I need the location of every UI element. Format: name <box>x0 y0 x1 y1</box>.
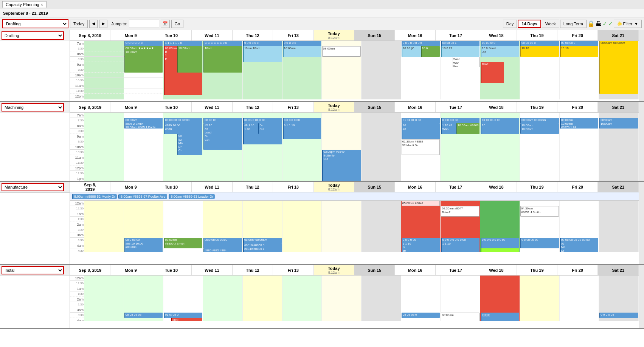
drafting-scrollbar[interactable] <box>639 30 644 101</box>
install-scrollbar[interactable] <box>639 265 644 328</box>
mfg-event-fri20-1[interactable]: 08 08 08 08 08 08 0852MoDrAss <box>560 238 599 252</box>
drafting-event-thu12-cyan[interactable]: 10am 10am <box>243 46 282 62</box>
mfg-chip-2[interactable]: 8:00am #8898 97 Poulter Ave <box>118 194 167 199</box>
drafting-event-sat21-yellow[interactable]: 08:00am 08:00am <box>599 41 638 94</box>
lock-icon[interactable]: 🔒 <box>587 20 595 27</box>
check2-icon[interactable]: ✓ <box>608 20 613 27</box>
inst-event-tue10-red[interactable]: 08:0 <box>171 318 202 321</box>
title-tab-label: Capacity Planning <box>6 2 39 7</box>
mfg-chip-1[interactable]: 8:00am #8888 52 Monty Dr <box>72 194 117 199</box>
machining-dropdown[interactable]: Machining <box>2 103 64 112</box>
mach-event-mon16-2[interactable]: 10:#8 <box>402 123 440 139</box>
drafting-event-mon16-1[interactable]: 0 8 0 8 0 8 0 6 <box>402 41 440 46</box>
mach-event-tue10-2[interactable]: #889 10:00#888 <box>164 123 202 134</box>
inst-col-sun15 <box>362 276 401 321</box>
mach-event-thu12-dr[interactable]: DrCut <box>258 123 281 134</box>
filter-button[interactable]: 🌟 Filter: ▼ <box>614 20 642 28</box>
drafting-dropdown[interactable]: Drafting <box>2 31 64 40</box>
install-dropdown[interactable]: Install <box>2 266 64 274</box>
mach-event-fri20-1[interactable]: 08:00am10:00am#8879 1.24 <box>560 118 599 129</box>
drafting-event-wed18-cyan[interactable]: 10 0 Sand-66 <box>481 46 519 57</box>
mfg-event-mon16-top[interactable]: 05:00am #8847Baker2 <box>402 201 440 206</box>
drafting-event-tue17-cyan[interactable]: 10 0 22 <box>441 46 480 57</box>
drafting-event-fri20-1[interactable]: 08 08 08 0 <box>560 41 599 46</box>
mfg-event-tue10-green[interactable]: 08:00am#8850 J Smith <box>164 238 202 248</box>
manufacture-scrollbar[interactable] <box>639 182 644 264</box>
mach-event-fri13-1[interactable]: 0 0 0 0 0 08 <box>283 118 321 123</box>
drafting-event-wed11-1[interactable]: C C C C C C 0 8 <box>203 41 242 46</box>
resource-dropdown-main[interactable]: Drafting Machining Manufacture Install <box>2 19 68 28</box>
go-button[interactable]: Go <box>171 20 184 28</box>
mach-event-thu19-1[interactable]: 08:00am 08:00am <box>520 118 559 123</box>
prev-button[interactable]: ◀ <box>89 20 98 28</box>
drafting-event-thu12-1[interactable]: 0 0 0 8 0 8 <box>243 41 282 46</box>
mach-event-mon9-blue[interactable]: 08:00am#886 2 Smith10:00am #885 1 Fogle <box>124 118 163 129</box>
mach-event-tue17-green[interactable]: 10:00am #9906 <box>456 123 480 134</box>
drafting-event-mon9-1[interactable]: C C C C 0: 8 <box>124 41 163 46</box>
mach-event-thu19-2[interactable]: 10:00am10:00am <box>520 123 559 134</box>
mfg-event-mon9-1[interactable]: 08:0 08:00#88 10 10:00#88 #88 <box>124 238 163 252</box>
drafting-event-tue10-1[interactable]: 1 1 1 1 1 0 8 <box>164 41 202 46</box>
drafting-event-wed18-1[interactable]: 08 08 0: 0 <box>481 41 519 46</box>
inst-event-mon16-1[interactable]: 08 08 08 0 <box>402 313 440 318</box>
calendar-picker-button[interactable]: 📅 <box>161 20 170 28</box>
today-button[interactable]: Today <box>70 20 88 28</box>
next-button[interactable]: ▶ <box>99 20 107 28</box>
drafting-event-tue17-1[interactable]: 08 08 08 1 <box>441 41 480 46</box>
jump-to-input[interactable] <box>129 20 159 28</box>
mach-event-tue17-1[interactable]: 0 0 0 0 0 08 <box>441 118 480 123</box>
mfg-chip-3[interactable]: 8:00am #8889 63 Loader Dr <box>169 194 215 199</box>
inst-event-mon9-1[interactable]: 08 08 08 08 <box>124 313 163 318</box>
drafting-event-tue10-green[interactable]: 10:00am <box>177 46 202 73</box>
mfg-event-wed11-2[interactable]: #886 #885 #884#8849 Butterfly <box>203 248 242 252</box>
drafting-event-fri20-yellow[interactable]: 10 10 <box>560 46 599 57</box>
longterm-view-button[interactable]: Long Term <box>560 20 587 28</box>
drafting-event-today[interactable]: 08:00am <box>322 46 361 57</box>
mach-event-wed18-1[interactable]: 01 01 01 0 08 <box>481 118 519 123</box>
mach-event-mon16-1[interactable]: 01 01 01 0 08 <box>402 118 440 123</box>
mfg-event-tue17-blue[interactable]: 0 0 0 0 0 0 0 0 081 1 10 <box>441 238 480 252</box>
mach-event-mon16-white[interactable]: 01:30pm #888852 Monti Dr. <box>402 139 440 155</box>
day-view-button[interactable]: Day <box>503 20 517 28</box>
machining-scrollbar[interactable] <box>639 102 644 181</box>
mach-event-today-butterfly[interactable]: 03:05pm #8849ButterflyCut <box>322 150 361 181</box>
mfg-event-thu12-2[interactable]: #8810 #8850 3#8849 #8886 1 <box>243 243 282 252</box>
inst-event-tue17-1[interactable]: 08:00am <box>441 313 480 321</box>
mach-event-wed11-big[interactable]: #5 1063LoadDrCut <box>203 123 242 150</box>
drafting-event-tue17-white[interactable]: SandWarWa <box>453 57 480 67</box>
mfg-event-thu19-white[interactable]: 04:30am#8851 J Smith <box>520 206 559 217</box>
mfg-event-wed18-lime[interactable] <box>481 248 519 252</box>
mfg-event-mon16-blue[interactable]: 0 0 0 0 081 1 10BstrAss <box>402 238 440 252</box>
drafting-event-mon16-green[interactable]: 10 0 <box>421 46 440 57</box>
inst-event-sat21-1[interactable]: 0 0 0 0 08 <box>599 313 638 318</box>
week-view-button[interactable]: Week <box>542 20 559 28</box>
mach-event-tue10-3[interactable]: 0952MoDrCu <box>177 134 202 155</box>
print-icon[interactable]: 🖶 <box>596 20 602 27</box>
sections-container[interactable]: Drafting Sep 8, 2019 Mon 9 Tue 10 Wed 11… <box>0 30 644 347</box>
drafting-event-wed18-red[interactable]: Draft <box>481 62 504 83</box>
14days-view-button[interactable]: 14 Days <box>518 20 541 28</box>
manufacture-dropdown[interactable]: Manufacture <box>2 183 64 191</box>
drafting-event-thu19-yellow[interactable]: 10 10 <box>520 46 559 57</box>
drafting-event-fri13-cyan[interactable]: 10:00am <box>283 46 321 57</box>
mfg-event-thu12-1[interactable]: 08:00ar 08:00am <box>243 238 282 243</box>
mfg-event-thu19-blue[interactable]: 0 8 08 08 08 <box>520 238 559 248</box>
mach-event-fri13-2[interactable]: 9 1 1 10 <box>283 123 321 139</box>
mach-event-wed11-1[interactable]: 08 08 08 <box>203 118 242 123</box>
check-icon[interactable]: ✓ <box>602 20 607 27</box>
mach-event-wed18-2[interactable]: 10 <box>481 123 519 134</box>
inst-event-wed18-1[interactable]: (((((((( <box>481 313 519 321</box>
drafting-event-thu19-1[interactable]: 08 08 08 0 <box>520 41 559 46</box>
mach-event-thu12-1[interactable]: 01 01 0 01 0 08 <box>243 118 282 123</box>
mach-event-sat21-1[interactable]: 08:00am10:00am <box>599 118 638 129</box>
drafting-event-mon9-2[interactable]: 08:00am ★★★★★★ 10:00am <box>124 46 163 73</box>
mach-event-tue10-1[interactable]: 08:00 08:00 08:00 <box>164 118 202 123</box>
mfg-event-wed11-1[interactable]: 08:0 08:00 08:00 <box>203 238 242 248</box>
mfg-event-wed18-1[interactable]: 0 0 0 0 0 0 0 0 08 <box>481 238 519 248</box>
drafting-event-fri13-1[interactable]: 0 0 D 0 8 <box>283 41 321 46</box>
install-time-grid: 12am12:30 1am1:30 2am2:30 3am3:30 4am4:3… <box>70 276 639 321</box>
mfg-event-tue17-02:30[interactable]: 02:30am #8647Bake2 <box>441 206 480 217</box>
inst-event-tue10-1[interactable]: 01 0: 08 0: <box>164 313 202 318</box>
close-icon[interactable]: × <box>41 3 43 7</box>
drafting-event-wed11-green[interactable]: 10am <box>203 46 242 73</box>
